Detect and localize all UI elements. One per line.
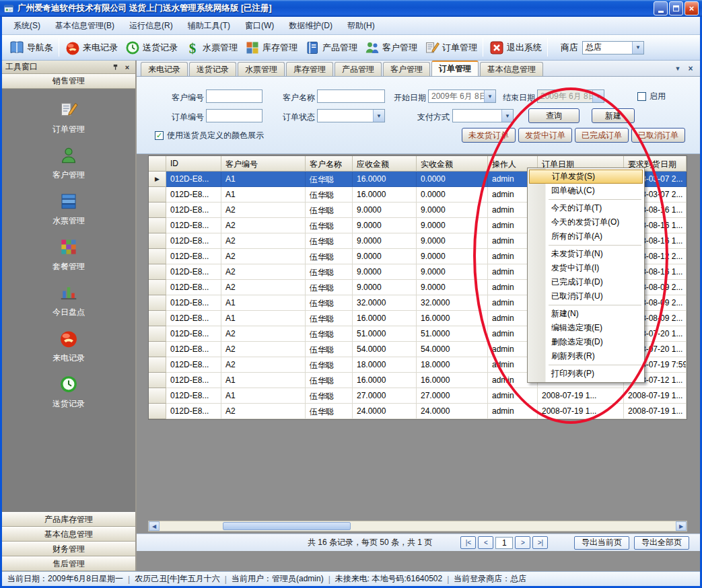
tab-close-icon[interactable]: × [685,63,696,73]
context-menu-item[interactable]: 发货中订单(I) [528,261,643,275]
tab-item[interactable]: 来电记录 [141,62,188,76]
cell-receivable[interactable]: 32.0000 [353,295,417,311]
toolbar-inventory-button[interactable]: 库存管理 [241,38,301,58]
row-selector[interactable] [149,388,166,404]
cell-customer_no[interactable]: A1 [221,295,306,311]
cell-customer_name[interactable]: 伍华聪 [306,172,353,187]
cell-customer_no[interactable]: A2 [221,357,306,373]
order-status-filter-button[interactable]: 未发货订单 [462,128,516,143]
cell-customer_no[interactable]: A1 [221,172,306,187]
sidebar-item-delivery-clock[interactable]: 送货记录 [52,374,85,410]
context-menu-item[interactable]: 编辑选定项(E) [528,321,643,335]
toolbar-navigator-button[interactable]: 导航条 [5,38,57,58]
chevron-down-icon[interactable]: ▼ [373,110,384,122]
context-menu-item[interactable]: 新建(N) [528,307,643,321]
column-header[interactable]: 客户名称 [306,156,353,172]
cell-received[interactable]: 9.0000 [417,249,488,264]
cell-customer_name[interactable]: 伍华聪 [306,280,353,295]
cell-id[interactable]: 012D-E8... [166,295,221,311]
cell-customer_name[interactable]: 伍华聪 [306,388,353,404]
cell-customer_no[interactable]: A2 [221,249,306,264]
enable-date-checkbox[interactable]: 启用 [637,91,666,102]
delivery-color-checkbox[interactable]: ✓ 使用送货员定义的颜色展示 [155,130,264,141]
sidebar-section-bar[interactable]: 产品库存管理 [2,512,135,527]
cell-id[interactable]: 012D-E8... [166,388,221,404]
horizontal-scrollbar[interactable]: ◀ ▶ [148,521,687,531]
customer-no-input[interactable] [206,89,262,103]
tool-window-close-icon[interactable]: × [122,63,132,72]
column-header[interactable]: ID [166,156,221,172]
tab-item[interactable]: 水票管理 [238,62,285,76]
cell-receivable[interactable]: 27.0000 [353,388,417,404]
cell-required_date[interactable]: 2008-07-19 1... [624,404,687,419]
order-status-filter-button[interactable]: 已取消订单 [631,128,685,143]
table-row[interactable]: 012D-E8...A2伍华聪24.000024.0000admin2008-0… [149,404,687,419]
next-page-button[interactable]: > [515,536,530,549]
cell-id[interactable]: 012D-E8... [166,218,221,233]
toolbar-incoming-call-button[interactable]: 来电记录 [61,38,121,58]
start-date-picker[interactable]: 2009年 6月 8日 ▼ [428,89,496,103]
last-page-button[interactable]: >| [532,536,548,549]
cell-customer_no[interactable]: A2 [221,218,306,233]
sidebar-item-incoming-call[interactable]: 来电记录 [52,328,85,364]
tab-item[interactable]: 库存管理 [286,62,333,76]
toolbar-exit-button[interactable]: 退出系统 [485,38,545,58]
new-button[interactable]: 新建 [592,108,635,123]
restore-button[interactable] [669,1,683,15]
menubar-item[interactable]: 系统(S) [6,17,48,35]
cell-customer_name[interactable]: 伍华聪 [306,404,353,419]
tab-item[interactable]: 订单管理 [431,61,479,76]
toolbar-product-book-button[interactable]: 产品管理 [301,38,361,58]
row-selector[interactable] [149,187,166,203]
order-status-filter-button[interactable]: 发货中订单 [518,128,572,143]
sidebar-item-person[interactable]: 客户管理 [52,145,85,181]
cell-customer_name[interactable]: 伍华聪 [306,187,353,203]
cell-customer_name[interactable]: 伍华聪 [306,249,353,264]
chevron-down-icon[interactable]: ▼ [592,90,604,102]
cell-id[interactable]: 012D-E8... [166,264,221,280]
row-selector[interactable] [149,280,166,295]
cell-customer_no[interactable]: A2 [221,280,306,295]
chevron-down-icon[interactable]: ▼ [632,42,643,54]
cell-receivable[interactable]: 54.0000 [353,342,417,357]
cell-customer_no[interactable]: A1 [221,388,306,404]
cell-customer_name[interactable]: 伍华聪 [306,218,353,233]
cell-customer_name[interactable]: 伍华聪 [306,326,353,342]
cell-id[interactable]: 012D-E8... [166,187,221,203]
scrollbar-thumb[interactable] [223,522,351,530]
cell-received[interactable]: 9.0000 [417,264,488,280]
cell-id[interactable]: 012D-E8... [166,311,221,326]
row-selector[interactable] [149,342,166,357]
row-selector[interactable] [149,233,166,249]
minimize-button[interactable] [654,1,668,15]
cell-receivable[interactable]: 51.0000 [353,326,417,342]
cell-received[interactable]: 9.0000 [417,203,488,218]
tab-item[interactable]: 客户管理 [383,62,430,76]
cell-customer_name[interactable]: 伍华聪 [306,233,353,249]
cell-received[interactable]: 9.0000 [417,233,488,249]
cell-order_date[interactable]: 2008-07-19 1... [538,388,624,404]
row-selector[interactable] [149,218,166,233]
cell-id[interactable]: 012D-E8... [166,342,221,357]
cell-received[interactable]: 54.0000 [417,342,488,357]
chevron-down-icon[interactable]: ▼ [501,110,513,122]
toolbar-delivery-clock-button[interactable]: 送货记录 [121,38,181,58]
column-header[interactable]: 客户编号 [221,156,306,172]
pin-icon[interactable] [110,63,120,72]
context-menu-item[interactable]: 订单发货(S) [529,170,643,184]
cell-customer_name[interactable]: 伍华聪 [306,373,353,388]
cell-receivable[interactable]: 9.0000 [353,249,417,264]
toolbar-customers-button[interactable]: 客户管理 [361,38,421,58]
first-page-button[interactable]: |< [460,536,476,549]
context-menu-item[interactable]: 所有的订单(A) [528,229,643,244]
cell-customer_no[interactable]: A1 [221,373,306,388]
context-menu-item[interactable]: 未发货订单(N) [528,247,643,261]
sidebar-item-water-book[interactable]: 水票管理 [52,191,85,227]
scroll-right-icon[interactable]: ▶ [676,521,687,531]
menubar-item[interactable]: 基本信息管理(B) [48,17,122,35]
cell-receivable[interactable]: 9.0000 [353,264,417,280]
context-menu-item[interactable]: 已取消订单(U) [528,289,643,303]
cell-received[interactable]: 18.0000 [417,357,488,373]
cell-id[interactable]: 012D-E8... [166,326,221,342]
context-menu-item[interactable]: 已完成订单(D) [528,275,643,289]
